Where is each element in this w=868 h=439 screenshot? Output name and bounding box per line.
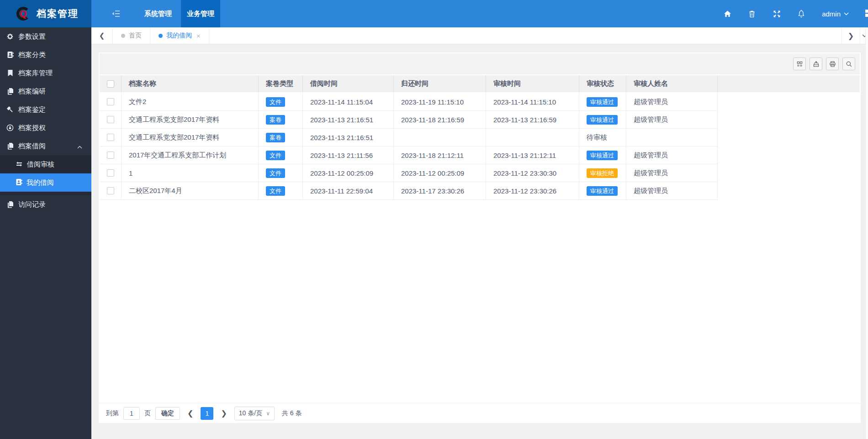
type-badge: 文件 bbox=[266, 168, 285, 178]
export-button[interactable] bbox=[810, 57, 822, 70]
sidebar-item-authorize[interactable]: 档案授权 bbox=[0, 119, 91, 137]
row-checkbox[interactable] bbox=[107, 134, 114, 141]
menu-item-system[interactable]: 系统管理 bbox=[139, 0, 177, 27]
table-body: 文件2文件2023-11-14 11:15:042023-11-19 11:15… bbox=[100, 93, 860, 200]
print-button[interactable] bbox=[826, 57, 839, 70]
menu-item-business[interactable]: 业务管理 bbox=[181, 0, 220, 27]
page-number-button[interactable]: 1 bbox=[201, 407, 213, 420]
tabs-scroll-left-icon[interactable]: ❮ bbox=[91, 27, 112, 44]
cell-filler bbox=[718, 93, 860, 111]
sidebar-item-borrow[interactable]: 档案借阅 bbox=[0, 137, 91, 155]
cell-review-status: 待审核 bbox=[579, 129, 626, 146]
tab-home[interactable]: 首页 bbox=[112, 27, 150, 44]
bell-icon[interactable] bbox=[797, 10, 805, 18]
cell-archive-type: 文件 bbox=[259, 182, 303, 200]
trash-icon[interactable] bbox=[748, 10, 756, 18]
page-input[interactable] bbox=[123, 407, 140, 420]
sidebar-collapse-icon[interactable] bbox=[109, 0, 122, 27]
cell-archive-name: 文件2 bbox=[122, 93, 259, 111]
tabbar-controls: ❯ bbox=[842, 27, 868, 44]
column-header-2: 借阅时间 bbox=[303, 75, 394, 92]
cell-archive-name: 交通工程系党支部2017年资料 bbox=[122, 111, 259, 129]
cell-borrow-time: 2023-11-12 00:25:09 bbox=[303, 164, 394, 182]
copy-icon bbox=[6, 88, 14, 95]
sidebar-item-label: 借阅审核 bbox=[27, 160, 54, 169]
column-filter-button[interactable] bbox=[793, 57, 806, 70]
table-header-row: 档案名称案卷类型借阅时间归还时间审核时间审核状态审核人姓名 bbox=[100, 75, 860, 92]
app-logo-icon: Q bbox=[16, 6, 31, 21]
type-badge: 案卷 bbox=[266, 115, 285, 125]
select-all-checkbox[interactable] bbox=[107, 80, 114, 88]
status-badge: 审核通过 bbox=[587, 97, 618, 107]
cell-return-time: 2023-11-19 11:15:10 bbox=[394, 93, 486, 111]
cell-archive-type: 案卷 bbox=[259, 111, 303, 129]
chevron-up-icon bbox=[77, 142, 82, 150]
tabs-scroll-right-icon[interactable]: ❯ bbox=[842, 27, 860, 44]
cell-archive-type: 文件 bbox=[259, 164, 303, 182]
page-size-label: 10 条/页 bbox=[239, 409, 262, 418]
column-header-filler bbox=[718, 75, 860, 92]
cell-reviewer: 超级管理员 bbox=[626, 111, 718, 129]
row-checkbox[interactable] bbox=[107, 169, 114, 177]
header-checkbox-cell bbox=[100, 75, 122, 92]
cell-return-time: 2023-11-18 21:12:11 bbox=[394, 146, 486, 164]
address-book-icon bbox=[6, 51, 14, 58]
cell-archive-type: 案卷 bbox=[259, 129, 303, 146]
column-header-1: 案卷类型 bbox=[259, 75, 303, 92]
prev-page-icon[interactable]: ❮ bbox=[185, 409, 196, 418]
column-header-3: 归还时间 bbox=[394, 75, 486, 92]
status-badge: 审核通过 bbox=[587, 115, 618, 125]
confirm-page-button[interactable]: 确定 bbox=[155, 407, 180, 420]
sidebar-item-classify[interactable]: 档案分类 bbox=[0, 46, 91, 64]
logo-area: Q 档案管理 bbox=[0, 0, 91, 27]
row-checkbox[interactable] bbox=[107, 116, 114, 123]
id-card-icon bbox=[16, 178, 22, 187]
exchange-icon bbox=[16, 161, 23, 168]
sidebar-item-access-log[interactable]: 访问记录 bbox=[0, 195, 91, 214]
next-page-icon[interactable]: ❯ bbox=[218, 409, 229, 418]
sidebar-item-appraisal[interactable]: 档案鉴定 bbox=[0, 100, 91, 119]
tab-my-borrow[interactable]: 我的借阅 × bbox=[150, 27, 209, 44]
chevron-down-icon: ∨ bbox=[266, 410, 270, 417]
sidebar-item-repository[interactable]: 档案库管理 bbox=[0, 64, 91, 82]
sidebar-item-params[interactable]: 参数设置 bbox=[0, 27, 91, 46]
search-button[interactable] bbox=[842, 57, 855, 70]
home-icon[interactable] bbox=[723, 10, 731, 18]
page-size-select[interactable]: 10 条/页 ∨ bbox=[234, 407, 275, 420]
cell-review-time: 2023-11-12 23:30:26 bbox=[486, 182, 579, 200]
gear-icon bbox=[6, 33, 14, 40]
chevron-down-icon bbox=[844, 12, 849, 16]
sidebar-item-borrow-review[interactable]: 借阅审核 bbox=[0, 155, 91, 173]
cell-archive-type: 文件 bbox=[259, 93, 303, 111]
menu-item-label: 业务管理 bbox=[187, 10, 214, 18]
row-checkbox[interactable] bbox=[107, 187, 114, 194]
column-header-6: 审核人姓名 bbox=[626, 75, 718, 92]
cell-borrow-time: 2023-11-14 11:15:04 bbox=[303, 93, 394, 111]
main-area: 档案名称案卷类型借阅时间归还时间审核时间审核状态审核人姓名 文件2文件2023-… bbox=[91, 44, 868, 439]
expand-icon[interactable] bbox=[773, 10, 781, 18]
menu-item-label: 系统管理 bbox=[144, 10, 172, 18]
tab-bar: ❮ 首页 我的借阅 × ❯ bbox=[91, 27, 868, 44]
sidebar-item-label: 档案鉴定 bbox=[18, 105, 46, 114]
copy-icon bbox=[6, 142, 14, 150]
sidebar-item-my-borrow[interactable]: 我的借阅 bbox=[0, 173, 91, 192]
sidebar-submenu-borrow: 借阅审核 我的借阅 bbox=[0, 155, 91, 195]
row-checkbox[interactable] bbox=[107, 152, 114, 159]
window-scrollbar[interactable] bbox=[865, 27, 868, 439]
cell-archive-name: 2017年交通工程系支部工作计划 bbox=[122, 146, 259, 164]
sidebar: 参数设置 档案分类 档案库管理 档案编研 档案鉴定 档案授权 bbox=[0, 27, 91, 439]
cell-archive-name: 二校区2017年4月 bbox=[122, 182, 259, 200]
sidebar-item-research[interactable]: 档案编研 bbox=[0, 82, 91, 100]
row-checkbox[interactable] bbox=[107, 98, 114, 105]
lock-circle-icon bbox=[6, 124, 14, 131]
more-icon[interactable] bbox=[865, 10, 868, 18]
tab-dot bbox=[159, 34, 163, 38]
user-menu[interactable]: admin bbox=[822, 10, 849, 18]
username: admin bbox=[822, 10, 841, 18]
row-checkbox-cell bbox=[100, 164, 122, 182]
cell-review-status: 审核拒绝 bbox=[579, 164, 626, 182]
status-badge: 审核通过 bbox=[587, 186, 618, 196]
content-card: 档案名称案卷类型借阅时间归还时间审核时间审核状态审核人姓名 文件2文件2023-… bbox=[99, 52, 861, 423]
search-icon bbox=[846, 61, 852, 68]
tab-close-icon[interactable]: × bbox=[196, 32, 201, 40]
